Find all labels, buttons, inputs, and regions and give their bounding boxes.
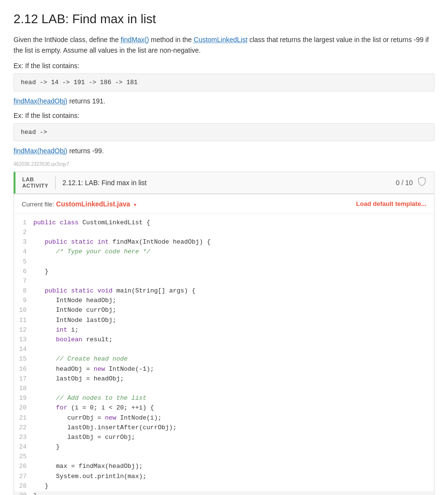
shield-icon: [417, 176, 427, 189]
ex1-result: findMax(headObj) returns 191.: [14, 97, 434, 105]
lab-activity-bar: LAB ACTIVITY 2.12.1: LAB: Find max in li…: [14, 172, 434, 194]
ex2-findmax: findMax(headObj): [14, 147, 67, 155]
lab-label: LAB ACTIVITY: [22, 176, 48, 189]
code-line-8: public static void main(String[] args) {: [33, 286, 434, 296]
ex1-findmax: findMax(headObj): [14, 97, 67, 105]
code-line-3: public static int findMax(IntNode headOb…: [33, 237, 434, 247]
code-line-28: }: [33, 481, 434, 491]
class-highlight: CustomLinkedList: [194, 36, 247, 44]
current-file-label: Current file:: [22, 201, 54, 208]
findmax-highlight: findMax(): [121, 36, 149, 44]
code-line-19: // Add nodes to the list: [33, 393, 434, 403]
code-line-6: }: [33, 267, 434, 277]
code-line-2: [33, 228, 434, 237]
code-line-16: headObj = new IntNode(-1);: [33, 364, 434, 374]
code-line-7: [33, 277, 434, 286]
code-line-5: [33, 257, 434, 267]
code-line-11: IntNode lastObj;: [33, 316, 434, 325]
small-id: 462036.2323536.qx3zqy7: [14, 161, 434, 167]
code-line-25: [33, 452, 434, 462]
ex2-code: head ->: [14, 123, 434, 141]
code-line-15: // Create head node: [33, 354, 434, 364]
code-line-14: [33, 345, 434, 354]
lab-divider: [55, 176, 56, 189]
code-line-10: IntNode currObj;: [33, 306, 434, 315]
code-line-23: lastObj = currObj;: [33, 433, 434, 442]
code-line-1: public class CustomLinkedList {: [33, 218, 434, 228]
current-file-section: Current file: CustomLinkedList.java ▾: [22, 200, 136, 208]
ex1-label: Ex: If the list contains:: [14, 62, 434, 70]
lab-activity-title: 2.12.1: LAB: Find max in list: [62, 179, 146, 187]
ex1-code: head -> 14 -> 191 -> 186 -> 181: [14, 73, 434, 91]
code-line-13: boolean result;: [33, 335, 434, 345]
code-line-4: /* Type your code here */: [33, 247, 434, 257]
file-dropdown-arrow[interactable]: ▾: [134, 202, 136, 207]
current-file-name[interactable]: CustomLinkedList.java: [56, 200, 130, 208]
lab-bar-left: LAB ACTIVITY 2.12.1: LAB: Find max in li…: [22, 176, 146, 189]
code-line-9: IntNode headObj;: [33, 296, 434, 306]
score-value: 0 / 10: [396, 179, 413, 187]
page-title: 2.12 LAB: Find max in list: [14, 12, 434, 27]
code-editor[interactable]: 1 2 3 4 5 6 7 8 9 10 11 12 13 14 15 16 1…: [14, 214, 434, 495]
code-line-24: }: [33, 442, 434, 452]
code-line-27: System.out.println(max);: [33, 472, 434, 481]
editor-container: Current file: CustomLinkedList.java ▾ Lo…: [14, 194, 434, 495]
code-line-12: int i;: [33, 325, 434, 335]
lab-score: 0 / 10: [396, 176, 427, 189]
code-line-21: currObj = new IntNode(i);: [33, 413, 434, 423]
load-template-button[interactable]: Load default template...: [356, 200, 426, 207]
code-line-17: lastObj = headObj;: [33, 374, 434, 384]
code-line-26: max = findMax(headObj);: [33, 462, 434, 471]
code-line-20: for (i = 0; i < 20; ++i) {: [33, 403, 434, 413]
description: Given the IntNode class, define the find…: [14, 34, 434, 56]
editor-header: Current file: CustomLinkedList.java ▾ Lo…: [14, 194, 434, 214]
code-line-18: [33, 384, 434, 393]
ex2-label: Ex: If the list contains:: [14, 112, 434, 119]
code-line-29: }: [33, 491, 434, 495]
line-numbers: 1 2 3 4 5 6 7 8 9 10 11 12 13 14 15 16 1…: [14, 218, 31, 495]
ex2-result: findMax(headObj) returns -99.: [14, 147, 434, 155]
code-content[interactable]: public class CustomLinkedList { public s…: [31, 218, 434, 495]
code-line-22: lastObj.insertAfter(currObj);: [33, 423, 434, 433]
